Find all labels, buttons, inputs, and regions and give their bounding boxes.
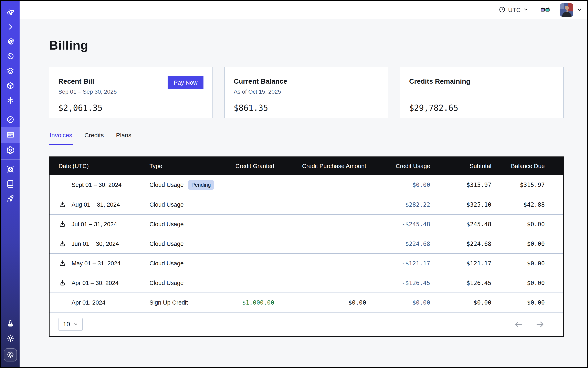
download-invoice-icon[interactable] (59, 240, 66, 248)
subtotal-value: $121.17 (430, 260, 491, 267)
cube-icon[interactable] (1, 78, 19, 93)
invoice-type: Cloud Usage (149, 260, 184, 267)
download-invoice-icon[interactable] (59, 279, 66, 287)
clock-icon (499, 6, 506, 14)
invoice-date: Sept 01 – 30, 2024 (72, 182, 121, 188)
layers-icon[interactable] (1, 64, 19, 78)
tab-invoices[interactable]: Invoices (49, 132, 73, 145)
recent-bill-card: Recent Bill Sep 01 – Sep 30, 2025 $2,061… (49, 67, 213, 118)
balance-due-value: $0.00 (491, 240, 545, 247)
download-slot (59, 181, 66, 189)
download-invoice-icon[interactable] (59, 201, 66, 208)
helm-wheel-icon[interactable] (1, 162, 19, 177)
balance-due-value: $0.00 (491, 260, 545, 267)
col-subtotal: Subtotal (430, 163, 491, 169)
app-window: UTC (0, 0, 588, 368)
credits-dollar-badge-icon[interactable] (4, 349, 17, 361)
credit-usage-value: $0.00 (366, 299, 430, 306)
invoice-row: Aug 01 – 31, 2024 Cloud Usage -$282.22 $… (50, 195, 563, 214)
invoice-date-cell: Jul 01 – 31, 2024 (59, 220, 149, 228)
settings-gear-icon[interactable] (1, 143, 19, 157)
asterisk-icon[interactable] (1, 93, 19, 108)
invoice-date-cell: Jun 01 – 30, 2024 (59, 240, 149, 248)
card-subtitle (409, 89, 554, 95)
download-slot (59, 240, 66, 248)
balance-due-value: $0.00 (491, 279, 545, 286)
invoice-type: Cloud Usage (149, 240, 184, 247)
invoice-type: Cloud Usage (149, 201, 184, 208)
balance-due-value: $0.00 (491, 221, 545, 228)
chevron-down-icon (577, 7, 582, 13)
history-timer-icon[interactable] (1, 49, 19, 64)
credits-remaining-card: Credits Remaining $29,782.65 (400, 67, 564, 118)
download-invoice-icon[interactable] (59, 221, 66, 228)
user-avatar (560, 3, 573, 17)
invoice-date-cell: Apr 01 – 30, 2024 (59, 279, 149, 287)
card-subtitle: As of Oct 15, 2025 (234, 89, 379, 95)
sidebar-expand-chevron-icon[interactable] (1, 19, 19, 34)
credit-usage-value: $0.00 (366, 181, 430, 188)
balance-due-value: $0.00 (491, 299, 545, 306)
timezone-selector[interactable]: UTC (499, 6, 528, 14)
card-title: Current Balance (234, 77, 379, 85)
tab-plans[interactable]: Plans (115, 132, 132, 145)
previous-page-arrow[interactable] (514, 320, 523, 329)
sidebar-divider (1, 159, 19, 160)
docs-book-icon[interactable] (1, 177, 19, 191)
sidebar-divider (1, 110, 19, 110)
page-size-select[interactable]: 10 (59, 318, 82, 331)
credit-usage-value: -$121.17 (366, 260, 430, 267)
invoice-type-cell: Sign Up Credit (149, 299, 225, 306)
billing-tabs: Invoices Credits Plans (49, 132, 564, 145)
labs-flask-icon[interactable] (1, 316, 19, 331)
download-slot (59, 220, 66, 228)
invoices-table: Date (UTC) Type Credit Granted Credit Pu… (49, 156, 564, 337)
summary-cards: Recent Bill Sep 01 – Sep 30, 2025 $2,061… (49, 67, 564, 118)
spiral-icon[interactable] (1, 34, 19, 49)
subtotal-value: $325.10 (430, 201, 491, 208)
orbit-logo-icon[interactable] (1, 5, 19, 19)
balance-due-value: $315.97 (491, 181, 545, 188)
timezone-label: UTC (508, 7, 521, 13)
glasses-icon[interactable] (540, 7, 550, 13)
theme-sun-icon[interactable] (1, 331, 19, 346)
card-subtitle: Sep 01 – Sep 30, 2025 (58, 89, 203, 95)
user-menu[interactable] (560, 3, 582, 17)
credits-remaining-amount: $29,782.65 (409, 103, 554, 113)
table-pagination: 10 (50, 312, 563, 336)
invoice-date: Apr 01 – 30, 2024 (72, 280, 119, 286)
invoice-type-cell: Cloud Usage (149, 260, 225, 267)
download-invoice-icon[interactable] (59, 260, 66, 267)
card-title: Credits Remaining (409, 77, 554, 85)
pay-now-button[interactable]: Pay Now (168, 76, 203, 89)
current-balance-card: Current Balance As of Oct 15, 2025 $861.… (224, 67, 388, 118)
col-credit-purchase-amount: Credit Purchase Amount (274, 163, 366, 169)
invoice-type-cell: Cloud Usage (149, 240, 225, 247)
subtotal-value: $315.97 (430, 181, 491, 188)
next-page-arrow[interactable] (535, 320, 545, 329)
invoice-type-cell: Cloud Usage Pending (149, 180, 225, 190)
col-date: Date (UTC) (59, 163, 149, 169)
chevron-down-icon (73, 322, 78, 327)
invoice-date: Jun 01 – 30, 2024 (72, 240, 119, 247)
download-slot (59, 201, 66, 209)
tab-credits[interactable]: Credits (84, 132, 105, 145)
subtotal-value: $224.68 (430, 240, 491, 247)
subtotal-value: $0.00 (430, 299, 491, 306)
billing-card-icon[interactable] (1, 127, 19, 143)
invoice-date-cell: Aug 01 – 31, 2024 (59, 201, 149, 209)
invoice-date: Aug 01 – 31, 2024 (72, 201, 120, 208)
usage-gauge-icon[interactable] (1, 112, 19, 127)
sidebar (1, 1, 19, 367)
invoice-row: Jun 01 – 30, 2024 Cloud Usage -$224.68 $… (50, 234, 563, 253)
current-balance-amount: $861.35 (234, 103, 379, 113)
page-size-value: 10 (63, 321, 70, 328)
invoice-row: May 01 – 31, 2024 Cloud Usage -$121.17 $… (50, 253, 563, 273)
download-slot (59, 299, 66, 306)
invoice-type-cell: Cloud Usage (149, 280, 225, 286)
rocket-icon[interactable] (1, 191, 19, 206)
recent-bill-amount: $2,061.35 (58, 103, 203, 113)
subtotal-value: $126.45 (430, 279, 491, 286)
invoice-date: Jul 01 – 31, 2024 (72, 221, 117, 228)
credit-usage-value: -$282.22 (366, 201, 430, 208)
